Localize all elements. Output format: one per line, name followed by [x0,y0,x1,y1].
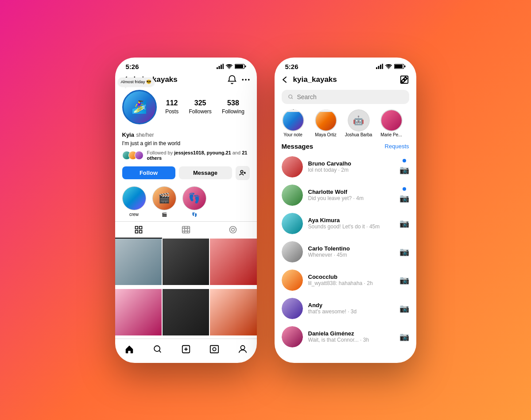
msg-preview-aya: Sounds good! Let's do it · 45m [308,223,394,230]
svg-point-29 [388,68,389,69]
profile-name-row: Kyia she/her [115,130,257,139]
msg-preview-carlo: Whenever · 45m [308,252,394,258]
note-self-avatar: Almostfriday 😎 [282,109,304,131]
create-icon [181,344,191,354]
tab-reels[interactable] [162,222,209,239]
nav-search[interactable] [149,343,167,356]
msg-name-aya: Aya Kimura [308,217,394,223]
avatar-cococclub [282,270,303,291]
msg-name-daniela: Daniela Giménez [308,330,394,337]
svg-rect-26 [378,66,379,69]
svg-point-17 [184,228,187,231]
photo-6[interactable] [210,289,256,335]
avatar-aya [282,213,303,234]
more-icon[interactable] [242,76,250,84]
avatar-daniela [282,326,303,347]
message-item-charlotte[interactable]: Charlotte Wolf Did you leave yet? · 4m 📷 [275,181,416,209]
notes-row: Almostfriday 😎 Your note Is this thingon… [275,108,416,141]
note-self-name: Your note [283,132,302,137]
stats-row: Almost friday 😎 🏄‍♀️ 112 Posts 325 Follo… [115,88,257,130]
msg-right-charlotte: 📷 [399,187,409,203]
svg-point-20 [154,346,160,351]
battery-icon-2 [394,64,406,69]
camera-icon-carlo[interactable]: 📷 [399,247,409,257]
note-marie[interactable]: Who is go... Marie Pe... [377,109,406,137]
message-list: Bruno Carvalho lol not today · 2m 📷 Char… [275,153,416,363]
svg-rect-7 [245,66,246,67]
stat-followers[interactable]: 325 Followers [189,99,211,115]
highlight-crew[interactable]: crew [122,186,146,217]
message-item-carlo[interactable]: Carlo Tolentino Whenever · 45m 📷 [275,238,416,266]
camera-icon-cococclub[interactable]: 📷 [399,275,409,285]
unread-dot-charlotte [403,187,406,191]
svg-point-9 [245,79,247,81]
notification-icon[interactable] [228,75,236,85]
followed-avatars [122,151,143,160]
stat-following[interactable]: 538 Following [222,99,244,115]
camera-icon-charlotte[interactable]: 📷 [399,193,409,203]
tab-tagged[interactable] [209,222,257,239]
message-item-aya[interactable]: Aya Kimura Sounds good! Let's do it · 45… [275,209,416,238]
nav-home[interactable] [120,343,138,356]
camera-icon-daniela[interactable]: 📷 [399,332,409,342]
nav-reels[interactable] [205,343,223,356]
svg-point-8 [242,79,244,81]
note-marie-name: Marie Pe... [380,132,402,137]
photo-4[interactable] [115,289,162,335]
photo-1[interactable] [115,239,162,285]
followed-text: Followed by jessjess1018, pyoung.21 and … [147,150,250,161]
photo-5[interactable] [163,289,209,335]
requests-button[interactable]: Requests [385,143,409,150]
camera-icon-aya[interactable]: 📷 [399,219,409,228]
msg-right-bruno: 📷 [399,159,409,175]
note-maya[interactable]: Is this thingon? Maya Ortiz [312,109,340,137]
camera-icon-andy[interactable]: 📷 [399,304,409,313]
search-bar[interactable] [282,90,409,104]
action-buttons: Follow Message [115,164,257,185]
nav-create[interactable] [177,343,195,356]
msg-preview-bruno: lol not today · 2m [308,167,394,173]
add-friend-button[interactable] [236,166,250,180]
tagged-icon [229,225,237,234]
status-bar-1: 5:26 [115,58,257,73]
compose-icon[interactable] [399,75,409,85]
svg-point-34 [288,95,292,98]
profile-avatar[interactable]: 🏄‍♀️ [122,90,157,124]
message-item-bruno[interactable]: Bruno Carvalho lol not today · 2m 📷 [275,153,416,181]
note-joshua[interactable]: 🤖 Joshua Barba [345,109,373,137]
message-item-cococclub[interactable]: Cococclub lil_wyatt838: hahahaha · 2h 📷 [275,266,416,294]
dm-back-icon[interactable] [282,76,290,83]
camera-icon-bruno[interactable]: 📷 [399,165,409,175]
msg-info-carlo: Carlo Tolentino Whenever · 45m [308,245,394,258]
svg-rect-14 [135,230,138,233]
tab-grid[interactable] [115,222,163,239]
msg-info-daniela: Daniela Giménez Wait, is that Connor... … [308,330,394,343]
highlight-circle-2: 🎬 [152,186,176,210]
photo-3[interactable] [210,239,256,285]
svg-point-4 [229,68,229,69]
svg-rect-1 [218,66,220,69]
svg-rect-22 [210,345,218,353]
unread-dot-bruno [403,159,406,162]
msg-info-andy: Andy that's awesome! · 3d [308,302,394,315]
message-button[interactable]: Message [179,166,232,179]
message-item-andy[interactable]: Andy that's awesome! · 3d 📷 [275,294,416,323]
message-item-daniela[interactable]: Daniela Giménez Wait, is that Connor... … [275,323,416,351]
nav-profile[interactable] [234,343,252,356]
grid-icon [134,225,143,234]
svg-rect-6 [235,65,243,68]
svg-rect-0 [217,67,218,69]
svg-rect-25 [376,67,377,69]
note-maya-bubble: Is this thingon? [315,109,337,112]
photo-2[interactable] [163,239,209,285]
follow-button[interactable]: Follow [122,166,175,179]
highlight-3[interactable]: 👣 👣 [182,186,206,217]
stat-posts[interactable]: 112 Posts [165,99,178,115]
note-self[interactable]: Almostfriday 😎 Your note [279,109,307,137]
msg-info-cococclub: Cococclub lil_wyatt838: hahahaha · 2h [308,274,394,286]
time-1: 5:26 [126,63,139,70]
highlight-2[interactable]: 🎬 🎬 [152,186,176,217]
search-input[interactable] [297,93,403,100]
svg-rect-16 [182,226,190,233]
status-icons-1 [217,64,246,69]
